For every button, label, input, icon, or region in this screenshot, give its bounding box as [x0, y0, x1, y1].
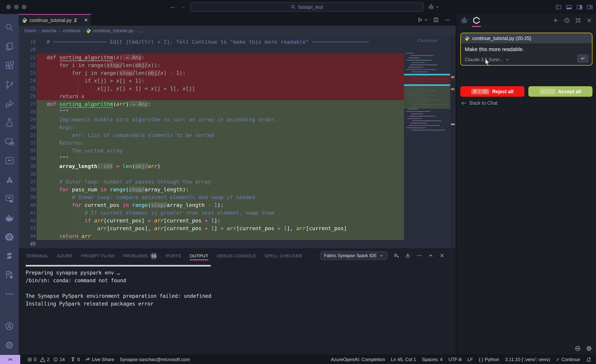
back-to-chat-link[interactable]: Back to Chat [461, 100, 498, 106]
panel-tab-prompt-flow[interactable]: PROMPT FLOW [81, 249, 114, 262]
accept-all-button[interactable]: ⌘⇧⏎ Accept all [528, 86, 593, 97]
code-line-27[interactable]: 27def sorting_algorithm(arr) → Any: [19, 100, 456, 108]
edit-card-body[interactable]: Make this more readable. Claude 3.5 Sonn… [461, 43, 592, 65]
language-status[interactable]: { } Python [479, 357, 499, 362]
output-channel-select[interactable]: Fabric Synapse Spark IDE [320, 251, 387, 260]
breadcrumb-item[interactable]: continue_tutorial.py [93, 28, 133, 33]
output-content[interactable]: Preparing synapse pyspark env … /bin/sh:… [19, 262, 456, 355]
problems-status[interactable]: 0 2 14 [27, 357, 65, 362]
code-line-41[interactable]: 41 # If current element is greater than … [19, 209, 456, 217]
close-panel-icon[interactable] [586, 17, 592, 23]
split-editor-icon[interactable] [433, 17, 439, 23]
reject-all-button[interactable]: ⌘⇧⌫ Reject all [460, 86, 524, 97]
code-line-35[interactable]: 35 array_length: int = len(obj/arr) [19, 162, 456, 170]
code-line-38[interactable]: 38 for pass_num in range(stop/array_leng… [19, 186, 456, 193]
feedback-icon[interactable] [575, 345, 581, 352]
terraform-cloud-icon[interactable] [0, 189, 19, 208]
code-line-19[interactable]: 19# ───────────────── Edit [Cmd/Ctrl + I… [19, 38, 456, 46]
code-line-36[interactable]: 36 [19, 170, 456, 178]
explorer-icon[interactable] [0, 37, 19, 56]
submit-enter-button[interactable]: ↵ [577, 54, 589, 63]
minimap[interactable]: Continue [404, 36, 450, 249]
tab-continue-tutorial[interactable]: continue_tutorial.py 2 ✕ [19, 14, 91, 26]
customize-layout-icon[interactable] [587, 4, 593, 10]
ports-status[interactable]: 0 [70, 357, 80, 362]
code-line-43[interactable]: 43 arr[current_pos], arr[current_pos + 1… [19, 225, 456, 232]
code-line-30[interactable]: 30 Args: [19, 124, 456, 131]
code-editor[interactable]: 19# ───────────────── Edit [Cmd/Ctrl + I… [19, 36, 456, 249]
copilot-menu[interactable] [428, 3, 439, 10]
code-line-20[interactable]: 20 [19, 46, 456, 54]
editor-more-actions-icon[interactable] [444, 17, 450, 23]
command-center-search[interactable]: fastapi_test [190, 2, 424, 12]
account-icon[interactable] [0, 317, 19, 336]
close-panel-icon[interactable] [439, 253, 445, 258]
code-line-23[interactable]: 23 for j in range(stop/len(obj/x) - 1): [19, 69, 456, 77]
live-share-status[interactable]: Live Share [85, 357, 114, 362]
code-line-34[interactable]: 34 """ [19, 155, 456, 162]
breadcrumb-item[interactable]: sascha [42, 28, 56, 33]
code-line-26[interactable]: 26 return x [19, 93, 456, 100]
search-icon[interactable] [0, 18, 19, 37]
synapse-spark-icon[interactable] [0, 246, 19, 265]
run-debug-icon[interactable] [0, 94, 19, 113]
remote-indicator[interactable]: >< [0, 355, 20, 364]
code-line-32[interactable]: 32 Returns: [19, 139, 456, 147]
python-interpreter-status[interactable]: 3.11.10 ('.venv': venv) [505, 357, 550, 362]
docker-icon[interactable] [0, 208, 19, 227]
model-select[interactable]: Claude 3.5 Sonn... [465, 57, 510, 62]
remote-explorer-icon[interactable] [0, 132, 19, 151]
breadcrumb-item[interactable]: .continue [62, 28, 81, 33]
more-icon[interactable] [0, 284, 19, 303]
azure-openai-status[interactable]: AzureOpenAI: Completion [331, 357, 385, 362]
azure-icon[interactable] [0, 170, 19, 189]
toggle-primary-sidebar-icon[interactable] [555, 4, 562, 10]
scrollbar-thumb[interactable] [451, 124, 455, 125]
forward-arrow-icon[interactable]: → [180, 3, 186, 10]
cursor-position-status[interactable]: Ln 45, Col 1 [391, 357, 416, 362]
code-line-42[interactable]: 42 if arr[current_pos] > arr[current_pos… [19, 217, 456, 225]
run-button[interactable] [417, 17, 428, 23]
panel-more-actions-icon[interactable] [416, 253, 422, 259]
edit-card-header[interactable]: continue_tutorial.py (20-25) [461, 33, 592, 43]
tab-close-icon[interactable]: ✕ [84, 17, 88, 23]
panel-tab-ports[interactable]: PORTS [166, 249, 181, 262]
extensions-icon[interactable] [0, 56, 19, 75]
code-line-29[interactable]: 29 Implements bubble sort algorithm to s… [19, 116, 456, 124]
traffic-light-minimize[interactable] [14, 5, 19, 9]
code-line-33[interactable]: 33 The sorted array [19, 147, 456, 155]
testing-beaker-icon[interactable] [0, 113, 19, 132]
source-control-icon[interactable] [0, 75, 19, 94]
panel-tab-debug-console[interactable]: DEBUG CONSOLE [217, 249, 256, 262]
code-line-44[interactable]: 44 return arr [19, 232, 456, 240]
code-line-28[interactable]: 28 """ [19, 108, 456, 116]
cpp-tools-icon[interactable] [0, 265, 19, 284]
settings-gear-icon[interactable] [0, 336, 19, 355]
panel-tab-spell-checker[interactable]: SPELL CHECKER [265, 249, 302, 262]
code-line-45[interactable]: 45 [19, 240, 456, 248]
synapse-account-status[interactable]: Synapse:saschac@microsoft.com [120, 357, 190, 362]
breadcrumb-item[interactable]: Users [24, 28, 36, 33]
new-session-icon[interactable] [552, 17, 559, 23]
panel-tab-azure[interactable]: AZURE [57, 249, 73, 262]
continue-status[interactable]: ✓ Continue [556, 357, 580, 362]
code-line-21[interactable]: 21def sorting_algorithm(x) → Any: [19, 54, 456, 61]
code-line-24[interactable]: 24 if x[j] > x[j + 1]: [19, 77, 456, 85]
traffic-light-close[interactable] [6, 5, 11, 9]
history-icon[interactable] [564, 17, 570, 23]
toggle-secondary-sidebar-icon[interactable] [576, 4, 583, 10]
terraform-icon[interactable] [0, 151, 19, 170]
indentation-status[interactable]: Spaces: 4 [422, 357, 443, 362]
code-line-37[interactable]: 37 # Outer loop: number of passes throug… [19, 178, 456, 186]
maximize-panel-icon[interactable] [428, 253, 433, 258]
continue-logo-icon[interactable] [473, 14, 480, 27]
clear-output-icon[interactable] [394, 253, 399, 259]
fullscreen-icon[interactable] [575, 17, 581, 23]
eol-status[interactable]: LF [468, 357, 473, 362]
panel-tab-problems[interactable]: PROBLEMS16 [123, 249, 157, 262]
back-arrow-icon[interactable]: ← [170, 3, 176, 10]
code-line-22[interactable]: 22 for i in range(stop/len(obj/x)): [19, 61, 456, 69]
code-line-25[interactable]: 25 x[j], x[j + 1] = x[j + 1], x[j] [19, 85, 456, 93]
panel-tab-terminal[interactable]: TERMINAL [26, 249, 49, 262]
traffic-light-zoom[interactable] [22, 5, 26, 9]
